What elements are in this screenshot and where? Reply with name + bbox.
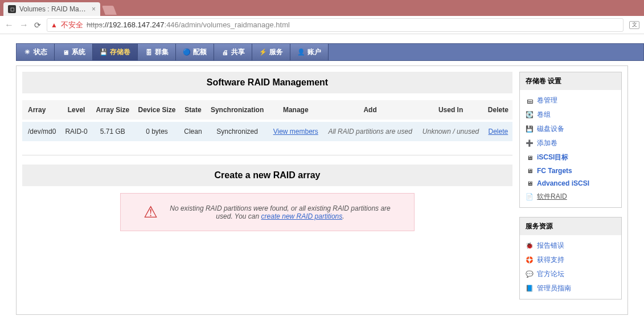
raid-management-title: Software RAID Management bbox=[22, 72, 512, 93]
col-synchronization: Synchronization bbox=[206, 100, 269, 121]
sidebar-item-Advanced iSCSI[interactable]: 🖥Advanced iSCSI bbox=[522, 177, 619, 190]
nav-label: 配额 bbox=[193, 47, 207, 57]
cell-level: RAID-0 bbox=[61, 121, 92, 141]
sidebar-item-label: 报告错误 bbox=[537, 241, 564, 251]
warning-icon: ⚠ bbox=[143, 203, 158, 221]
nav-icon: ☀ bbox=[23, 48, 31, 56]
view-members-link[interactable]: View members bbox=[273, 128, 318, 136]
insecure-label: 不安全 bbox=[61, 20, 83, 30]
sidebar-item-label: 软件RAID bbox=[537, 192, 567, 202]
nav-共享[interactable]: 🖨共享 bbox=[214, 44, 252, 60]
col-manage: Manage bbox=[269, 100, 323, 121]
cell-add: All RAID partitions are used bbox=[323, 121, 418, 141]
forward-icon: → bbox=[19, 20, 28, 30]
sidebar-resources-panel: 服务资源 🐞报告错误🛟获得支持💬官方论坛📘管理员指南 bbox=[519, 217, 622, 299]
main-column: Software RAID Management ArrayLevelArray… bbox=[22, 72, 512, 238]
sidebar-item-官方论坛[interactable]: 💬官方论坛 bbox=[522, 267, 619, 281]
sidebar-item-卷组[interactable]: 💽卷组 bbox=[522, 108, 619, 122]
sidebar-item-iSCSI目标[interactable]: 🖥iSCSI目标 bbox=[522, 150, 619, 165]
cell-array-size: 5.71 GB bbox=[92, 121, 134, 141]
raid-arrays-table: ArrayLevelArray SizeDevice SizeStateSync… bbox=[22, 100, 512, 141]
sidebar-item-label: 官方论坛 bbox=[537, 269, 564, 279]
content-area: Software RAID Management ArrayLevelArray… bbox=[16, 65, 628, 315]
sidebar-item-FC Targets[interactable]: 🖥FC Targets bbox=[522, 165, 619, 177]
translate-icon[interactable]: 文 bbox=[629, 21, 639, 29]
nav-label: 服务 bbox=[269, 47, 283, 57]
sidebar-item-label: 卷管理 bbox=[537, 96, 557, 105]
create-partitions-link[interactable]: create new RAID partitions bbox=[261, 212, 343, 220]
cell-state: Clean bbox=[180, 121, 206, 141]
col-level: Level bbox=[61, 100, 92, 121]
nav-账户[interactable]: 👤账户 bbox=[290, 44, 329, 60]
nav-icon: 🖥 bbox=[61, 48, 69, 56]
nav-状态[interactable]: ☀状态 bbox=[17, 44, 55, 60]
sidebar-item-label: Advanced iSCSI bbox=[537, 179, 589, 187]
cell-device-size: 0 bytes bbox=[134, 121, 181, 141]
close-icon[interactable]: × bbox=[92, 5, 96, 13]
col-array: Array bbox=[22, 100, 61, 121]
sidebar-item-卷管理[interactable]: 🖴卷管理 bbox=[522, 93, 619, 108]
cell-manage: View members bbox=[269, 121, 323, 141]
nav-label: 系统 bbox=[72, 47, 85, 57]
sidebar-item-label: 获得支持 bbox=[537, 255, 564, 265]
cell-usedin: Unknown / unused bbox=[417, 121, 483, 141]
nav-label: 共享 bbox=[231, 47, 245, 57]
nav-label: 群集 bbox=[155, 47, 169, 57]
insecure-warning-icon: ▲ bbox=[51, 21, 58, 29]
sidebar-settings-title: 存储卷 设置 bbox=[520, 72, 621, 90]
sidebar-item-软件RAID[interactable]: 📄软件RAID bbox=[522, 190, 619, 204]
reload-icon[interactable]: ⟳ bbox=[34, 20, 41, 30]
browser-toolbar: ← → ⟳ ▲ 不安全 https://192.168.147.247:446/… bbox=[0, 16, 644, 34]
separator bbox=[22, 155, 512, 155]
sidebar-item-icon: 🛟 bbox=[526, 257, 534, 264]
table-row: /dev/md0 RAID-0 5.71 GB 0 bytes Clean Sy… bbox=[22, 121, 512, 141]
url: https://192.168.147.247:446/admin/volume… bbox=[87, 20, 290, 29]
sidebar-settings-panel: 存储卷 设置 🖴卷管理💽卷组💾磁盘设备➕添加卷🖥iSCSI目标🖥FC Targe… bbox=[519, 72, 622, 208]
col-add: Add bbox=[323, 100, 418, 121]
sidebar-item-label: 卷组 bbox=[537, 110, 551, 120]
sidebar-item-报告错误[interactable]: 🐞报告错误 bbox=[522, 239, 619, 253]
sidebar-item-icon: 💬 bbox=[526, 271, 534, 278]
nav-icon: 🖨 bbox=[221, 48, 229, 56]
nav-label: 账户 bbox=[307, 47, 321, 57]
sidebar-item-icon: 🖴 bbox=[526, 97, 534, 104]
nav-icon: 👤 bbox=[297, 48, 305, 56]
sidebar-item-label: iSCSI目标 bbox=[537, 153, 568, 162]
sidebar-item-icon: 📘 bbox=[526, 285, 534, 292]
sidebar-item-icon: 💾 bbox=[526, 126, 534, 133]
cell-sync: Synchronized bbox=[206, 121, 269, 141]
no-partitions-warning: ⚠ No existing RAID partitions were found… bbox=[120, 193, 415, 231]
nav-服务[interactable]: ⚡服务 bbox=[252, 44, 290, 60]
browser-tabstrip: ◻ Volumes : RAID Mana... × bbox=[0, 0, 644, 16]
sidebar-item-icon: 💽 bbox=[526, 112, 534, 118]
address-bar[interactable]: ▲ 不安全 https://192.168.147.247:446/admin/… bbox=[47, 18, 624, 32]
sidebar-item-管理员指南[interactable]: 📘管理员指南 bbox=[522, 281, 619, 296]
nav-icon: ⚡ bbox=[259, 48, 267, 56]
nav-配额[interactable]: 🔵配额 bbox=[176, 44, 214, 60]
col-device-size: Device Size bbox=[134, 100, 181, 121]
nav-icon: 🔵 bbox=[183, 48, 191, 56]
nav-label: 状态 bbox=[34, 47, 47, 57]
new-tab-button[interactable] bbox=[102, 6, 117, 15]
sidebar-item-label: 磁盘设备 bbox=[537, 124, 564, 134]
browser-tab[interactable]: ◻ Volumes : RAID Mana... × bbox=[3, 2, 100, 16]
nav-icon: 💾 bbox=[100, 48, 108, 56]
sidebar-item-添加卷[interactable]: ➕添加卷 bbox=[522, 136, 619, 150]
nav-群集[interactable]: 🗄群集 bbox=[138, 44, 176, 60]
sidebar-item-icon: 🐞 bbox=[526, 243, 534, 249]
sidebar-item-icon: 📄 bbox=[526, 194, 534, 200]
sidebar-item-获得支持[interactable]: 🛟获得支持 bbox=[522, 253, 619, 267]
back-icon[interactable]: ← bbox=[5, 20, 14, 30]
nav-系统[interactable]: 🖥系统 bbox=[55, 44, 93, 60]
sidebar-item-磁盘设备[interactable]: 💾磁盘设备 bbox=[522, 122, 619, 136]
sidebar-resources-title: 服务资源 bbox=[520, 217, 621, 235]
sidebar-item-label: 管理员指南 bbox=[537, 284, 571, 293]
warning-text: No existing RAID partitions were found, … bbox=[169, 204, 391, 220]
delete-link[interactable]: Delete bbox=[489, 128, 508, 136]
nav-存储卷[interactable]: 💾存储卷 bbox=[93, 44, 138, 60]
sidebar-item-icon: ➕ bbox=[526, 140, 534, 147]
col-delete: Delete bbox=[484, 100, 512, 121]
nav-icon: 🗄 bbox=[145, 48, 153, 56]
col-used-in: Used In bbox=[417, 100, 483, 121]
sidebar-item-icon: 🖥 bbox=[526, 167, 534, 174]
